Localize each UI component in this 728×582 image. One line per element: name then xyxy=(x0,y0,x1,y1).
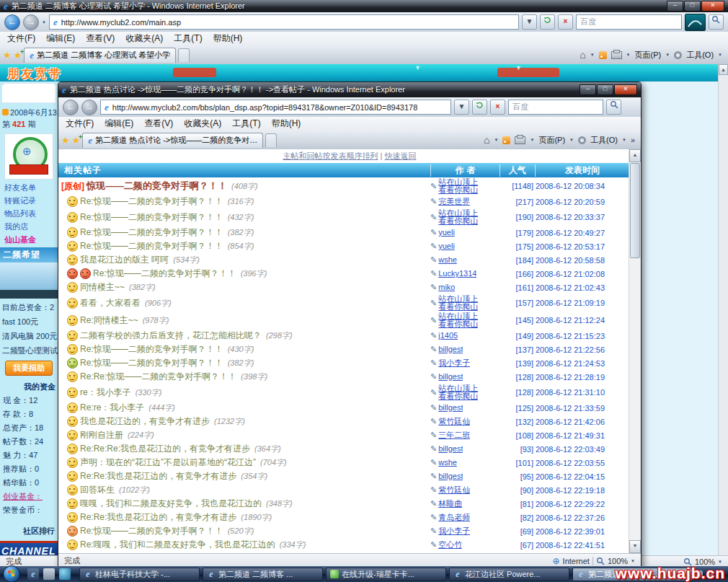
show-desktop-icon[interactable] xyxy=(43,568,55,580)
menu-item[interactable]: 收藏夹(A) xyxy=(184,118,221,130)
stop-button[interactable] xyxy=(490,100,505,115)
post-title-link[interactable]: Re:Re:我也是花江边的，有竞争才有进步 xyxy=(80,511,236,524)
author-link[interactable]: 林睡曲 xyxy=(438,500,462,508)
print-icon[interactable] xyxy=(515,136,525,144)
author-link[interactable]: 紫竹廷仙 xyxy=(438,486,470,494)
author-link[interactable]: billgest xyxy=(438,373,463,381)
sidebar-link[interactable]: 转账记录 xyxy=(4,195,58,206)
page-menu[interactable]: 页面(P) xyxy=(538,135,565,146)
sidebar-link[interactable]: 好友名单 xyxy=(4,182,58,193)
taskbar-item[interactable]: 第二频道 二频博客 ... xyxy=(203,568,323,581)
start-button[interactable] xyxy=(3,565,20,582)
refresh-button[interactable] xyxy=(540,14,555,30)
minimize-button[interactable] xyxy=(580,84,596,95)
taskbar-item[interactable]: 桂林电子科技大学 -... xyxy=(79,568,200,581)
author-link[interactable]: wshe xyxy=(438,459,457,467)
post-title-link[interactable]: 二频有学校的强力后盾支持，花江怎能相比呢？ xyxy=(80,330,262,342)
more-toolbar-icon[interactable] xyxy=(631,136,635,144)
refresh-button[interactable] xyxy=(472,100,487,115)
maximize-button[interactable] xyxy=(597,84,613,95)
page-menu[interactable]: 页面(P) xyxy=(635,50,662,61)
zoom-dropdown-icon[interactable] xyxy=(631,559,635,563)
forward-button[interactable] xyxy=(23,14,39,30)
author-link[interactable]: billgest xyxy=(438,404,463,412)
post-title-link[interactable]: Re:同情楼主~~ xyxy=(80,314,138,327)
gear-icon[interactable] xyxy=(578,136,586,144)
page-dropdown-icon[interactable] xyxy=(569,138,574,142)
search-go-button[interactable] xyxy=(709,14,724,30)
post-title-link[interactable]: 我是花江边的版主 呵呵 xyxy=(80,254,169,266)
add-favorite-icon[interactable] xyxy=(72,135,81,146)
author-link[interactable]: 完美世界 xyxy=(438,198,470,206)
page-dropdown-icon[interactable] xyxy=(665,53,670,57)
community-rank-link[interactable]: 社区排行 xyxy=(0,526,55,537)
home-icon[interactable] xyxy=(580,49,585,61)
scroll-up-icon[interactable] xyxy=(719,64,728,75)
tools-menu[interactable]: 工具(O) xyxy=(590,135,618,146)
search-box[interactable]: 百度 xyxy=(508,100,603,115)
author-link[interactable]: 紫竹廷仙 xyxy=(438,418,470,426)
tab-thread[interactable]: 第二频道 热点讨论 ->惊现——二频的竞争对手啊... xyxy=(82,133,263,148)
author-link[interactable]: miko xyxy=(438,283,455,291)
post-title-link[interactable]: 嘎嘎，我们和二频是友好竞争，我也是花江边的 xyxy=(80,498,262,510)
address-dropdown-button[interactable] xyxy=(522,14,537,30)
print-dropdown-icon[interactable] xyxy=(530,138,534,142)
zoom-dropdown-icon[interactable] xyxy=(718,560,722,564)
author-link[interactable]: wshe xyxy=(438,256,457,264)
minimize-button[interactable] xyxy=(667,1,683,12)
new-tab-button[interactable] xyxy=(178,48,190,62)
back-button[interactable] xyxy=(63,100,79,115)
scroll-down-icon[interactable] xyxy=(629,540,641,553)
back-button[interactable] xyxy=(4,14,20,30)
sidebar-link[interactable]: 仙山基金 xyxy=(4,234,58,245)
author-link[interactable]: 青岛老师 xyxy=(438,513,470,521)
menu-item[interactable]: 工具(T) xyxy=(174,32,202,45)
menu-item[interactable]: 查看(V) xyxy=(86,32,115,45)
popup-scrollbar[interactable] xyxy=(629,149,641,553)
feed-icon[interactable] xyxy=(599,51,607,59)
post-title-link[interactable]: Re:Re:Re:我也是花江边的，有竞争才有进步 xyxy=(80,443,250,455)
quick-launch-app-icon[interactable] xyxy=(59,568,71,580)
close-button[interactable] xyxy=(701,1,724,12)
sort-note-link[interactable]: 主帖和回帖按发表顺序排列 xyxy=(283,151,378,160)
post-title-link[interactable]: 惊现——二频的竞争对手啊？！！ xyxy=(86,180,227,193)
post-title-link[interactable]: Re:嘎嘎，我们和二频是友好竞争，我也是花江边的 xyxy=(80,539,275,551)
post-title-link[interactable]: Re:惊现——二频的竞争对手啊？！！ xyxy=(93,268,236,280)
post-title-link[interactable]: 看看，大家看看 xyxy=(80,297,141,309)
post-title-link[interactable]: re：我小李子 xyxy=(80,387,131,399)
home-icon[interactable] xyxy=(484,134,489,146)
post-title-link[interactable]: Re:惊现——二频的竞争对手啊？！！ xyxy=(80,343,223,356)
sidebar-link[interactable]: 物品列表 xyxy=(4,208,58,219)
home-dropdown-icon[interactable] xyxy=(590,53,595,57)
home-dropdown-icon[interactable] xyxy=(494,138,499,142)
author-link[interactable]: 站在山顶上看着你爬山 xyxy=(438,178,478,194)
menu-item[interactable]: 文件(F) xyxy=(66,118,94,130)
address-bar[interactable]: http://www.myclub2.com/bbs/plan_dsp.asp?… xyxy=(100,100,451,115)
forward-button[interactable] xyxy=(81,100,97,115)
author-link[interactable]: 站在山顶上看着你爬山 xyxy=(438,312,478,328)
post-title-link[interactable]: Re:Re:我也是花江边的，有竞争才有进步 xyxy=(80,470,236,482)
scrollbar-track[interactable] xyxy=(629,259,641,540)
search-box[interactable]: 百度 xyxy=(576,14,682,30)
author-link[interactable]: billgest xyxy=(438,472,463,480)
favorites-icon[interactable] xyxy=(61,135,70,146)
menu-item[interactable]: 文件(F) xyxy=(7,32,35,45)
popup-zoom-level[interactable]: 100% xyxy=(608,557,628,565)
tools-dropdown-icon[interactable] xyxy=(718,53,722,57)
donate-button[interactable]: 我要捐助 xyxy=(5,361,53,376)
post-title-link[interactable]: Re:惊现——二频的竞争对手啊？！！ xyxy=(80,211,223,224)
author-link[interactable]: 空心竹 xyxy=(438,541,462,549)
menu-item[interactable]: 帮助(H) xyxy=(213,32,243,45)
search-go-button[interactable] xyxy=(606,100,621,115)
author-link[interactable]: 我小李子 xyxy=(438,359,470,367)
post-title-link[interactable]: 刚刚自注册 xyxy=(80,429,123,441)
gear-icon[interactable] xyxy=(674,51,682,59)
author-link[interactable]: j1405 xyxy=(438,332,458,340)
post-title-link[interactable]: Re:re：我小李子 xyxy=(80,402,144,414)
post-title-link[interactable]: Re:惊现——二频的竞争对手啊？！！ xyxy=(80,240,223,252)
post-title-link[interactable]: Re:惊现——二频的竞争对手啊？！！ xyxy=(80,226,223,239)
post-title-link[interactable]: Re:惊现——二频的竞争对手啊？！！ xyxy=(80,195,223,208)
favorites-icon[interactable] xyxy=(3,50,12,61)
new-tab-button[interactable] xyxy=(265,133,277,147)
menu-item[interactable]: 帮助(H) xyxy=(272,118,301,130)
